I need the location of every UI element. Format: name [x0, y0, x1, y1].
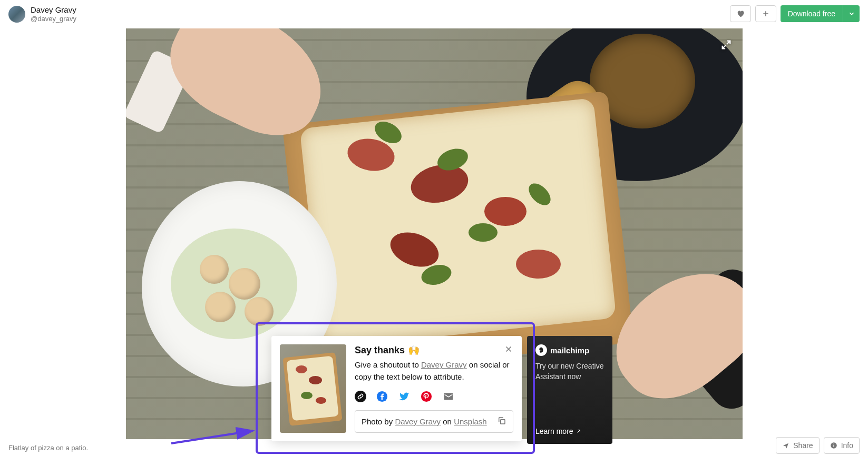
promo-learn-more-link[interactable]: Learn more [535, 427, 604, 435]
copy-icon [497, 416, 506, 425]
promo-brand: mailchimp [535, 344, 604, 356]
twitter-icon [398, 391, 410, 402]
info-button[interactable]: Info [824, 437, 860, 454]
svg-point-4 [421, 391, 432, 402]
email-icon [443, 391, 454, 402]
download-button[interactable]: Download free [781, 5, 843, 22]
facebook-share-button[interactable] [376, 390, 388, 403]
plus-icon [762, 9, 770, 18]
image-caption: Flatlay of pizza on a patio. [8, 444, 88, 452]
info-icon [830, 442, 837, 449]
info-label: Info [841, 441, 853, 450]
thanks-title: Say thanks 🙌 [355, 344, 513, 356]
copy-link-button[interactable] [355, 391, 366, 402]
thanks-author-link[interactable]: Davey Gravy [421, 360, 467, 369]
share-button[interactable]: Share [776, 437, 819, 454]
avatar[interactable] [8, 6, 25, 23]
close-icon [504, 344, 513, 354]
close-thanks-button[interactable] [502, 342, 515, 358]
say-thanks-card: Say thanks 🙌 Give a shoutout to Davey Gr… [271, 336, 522, 441]
arrow-up-right-icon [576, 428, 582, 434]
mailchimp-icon [535, 344, 547, 356]
twitter-share-button[interactable] [398, 390, 411, 403]
download-options-button[interactable] [843, 5, 860, 22]
copy-attribution-button[interactable] [497, 416, 506, 427]
like-button[interactable] [730, 5, 751, 22]
promo-text: Try our new Creative Assistant now [535, 361, 604, 382]
header-actions: Download free [730, 5, 860, 22]
add-to-collection-button[interactable] [755, 5, 776, 22]
facebook-icon [376, 391, 388, 402]
chevron-down-icon [848, 10, 855, 17]
pinterest-share-button[interactable] [420, 390, 433, 403]
expand-button[interactable] [720, 39, 732, 53]
attribution-box: Photo by Davey Gravy on Unsplash [355, 410, 513, 433]
svg-rect-1 [833, 445, 834, 447]
svg-rect-6 [501, 420, 505, 424]
bottom-actions: Share Info [776, 437, 860, 454]
hands-emoji-icon: 🙌 [408, 344, 420, 356]
pinterest-icon [421, 391, 432, 402]
author-block[interactable]: Davey Gravy @davey_gravy [8, 5, 76, 23]
maximize-icon [720, 39, 732, 51]
author-handle[interactable]: @davey_gravy [31, 15, 76, 23]
share-icon [782, 442, 789, 449]
email-share-button[interactable] [442, 390, 455, 403]
share-icons-row [355, 390, 513, 403]
link-icon [357, 393, 364, 400]
thanks-description: Give a shoutout to Davey Gravy on social… [355, 359, 513, 383]
share-label: Share [793, 441, 813, 450]
author-name[interactable]: Davey Gravy [31, 5, 76, 15]
svg-rect-2 [833, 444, 834, 444]
thanks-thumbnail [280, 344, 346, 433]
attrib-author-link[interactable]: Davey Gravy [395, 417, 441, 426]
mailchimp-promo-card[interactable]: mailchimp Try our new Creative Assistant… [527, 336, 612, 444]
attrib-site-link[interactable]: Unsplash [454, 417, 487, 426]
heart-icon [736, 9, 745, 18]
